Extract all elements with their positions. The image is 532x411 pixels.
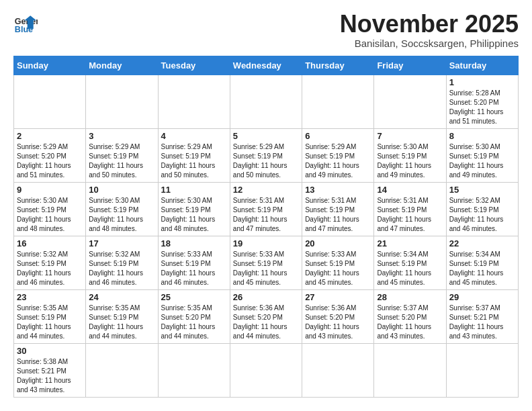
header: General Blue November 2025 Banisilan, So… [13, 11, 519, 49]
day-number: 2 [17, 131, 83, 141]
day-info: Sunrise: 5:33 AM Sunset: 5:19 PM Dayligh… [161, 250, 227, 287]
day-number: 14 [377, 185, 443, 195]
day-number: 9 [17, 185, 83, 195]
calendar-cell: 27Sunrise: 5:36 AM Sunset: 5:20 PM Dayli… [302, 289, 374, 343]
day-info: Sunrise: 5:31 AM Sunset: 5:19 PM Dayligh… [233, 196, 299, 234]
calendar-cell: 15Sunrise: 5:32 AM Sunset: 5:19 PM Dayli… [446, 182, 518, 236]
week-row-5: 23Sunrise: 5:35 AM Sunset: 5:19 PM Dayli… [14, 289, 519, 343]
calendar-cell [446, 343, 518, 397]
day-info: Sunrise: 5:29 AM Sunset: 5:19 PM Dayligh… [89, 142, 154, 180]
calendar-cell: 1Sunrise: 5:28 AM Sunset: 5:20 PM Daylig… [446, 75, 518, 128]
calendar-cell: 30Sunrise: 5:38 AM Sunset: 5:21 PM Dayli… [14, 343, 86, 397]
calendar-cell [158, 343, 230, 397]
day-number: 17 [89, 238, 154, 248]
day-info: Sunrise: 5:30 AM Sunset: 5:19 PM Dayligh… [377, 142, 443, 180]
weekday-header-monday: Monday [86, 56, 158, 75]
day-info: Sunrise: 5:35 AM Sunset: 5:19 PM Dayligh… [17, 304, 83, 341]
day-info: Sunrise: 5:33 AM Sunset: 5:19 PM Dayligh… [233, 250, 299, 287]
calendar-cell: 14Sunrise: 5:31 AM Sunset: 5:19 PM Dayli… [374, 182, 446, 236]
calendar-cell: 22Sunrise: 5:34 AM Sunset: 5:19 PM Dayli… [446, 236, 518, 289]
day-info: Sunrise: 5:30 AM Sunset: 5:19 PM Dayligh… [161, 196, 227, 234]
calendar-cell: 29Sunrise: 5:37 AM Sunset: 5:21 PM Dayli… [446, 289, 518, 343]
calendar-cell [230, 75, 302, 128]
week-row-2: 2Sunrise: 5:29 AM Sunset: 5:20 PM Daylig… [14, 128, 519, 182]
day-info: Sunrise: 5:32 AM Sunset: 5:19 PM Dayligh… [89, 250, 154, 287]
day-number: 7 [377, 131, 443, 141]
calendar-cell: 18Sunrise: 5:33 AM Sunset: 5:19 PM Dayli… [158, 236, 230, 289]
week-row-3: 9Sunrise: 5:30 AM Sunset: 5:19 PM Daylig… [14, 182, 519, 236]
calendar-cell: 17Sunrise: 5:32 AM Sunset: 5:19 PM Dayli… [86, 236, 158, 289]
calendar-cell [230, 343, 302, 397]
calendar-cell: 28Sunrise: 5:37 AM Sunset: 5:20 PM Dayli… [374, 289, 446, 343]
day-number: 23 [17, 292, 83, 302]
day-number: 26 [233, 292, 299, 302]
day-number: 5 [233, 131, 299, 141]
calendar-cell: 7Sunrise: 5:30 AM Sunset: 5:19 PM Daylig… [374, 128, 446, 182]
weekday-header-friday: Friday [374, 56, 446, 75]
day-info: Sunrise: 5:35 AM Sunset: 5:20 PM Dayligh… [161, 304, 227, 341]
week-row-6: 30Sunrise: 5:38 AM Sunset: 5:21 PM Dayli… [14, 343, 519, 397]
calendar-cell: 24Sunrise: 5:35 AM Sunset: 5:19 PM Dayli… [86, 289, 158, 343]
day-number: 15 [449, 185, 515, 195]
week-row-4: 16Sunrise: 5:32 AM Sunset: 5:19 PM Dayli… [14, 236, 519, 289]
day-info: Sunrise: 5:35 AM Sunset: 5:19 PM Dayligh… [89, 304, 154, 341]
logo: General Blue [13, 11, 38, 35]
day-number: 13 [305, 185, 371, 195]
day-info: Sunrise: 5:30 AM Sunset: 5:19 PM Dayligh… [17, 196, 83, 234]
day-info: Sunrise: 5:28 AM Sunset: 5:20 PM Dayligh… [449, 89, 515, 126]
day-info: Sunrise: 5:32 AM Sunset: 5:19 PM Dayligh… [17, 250, 83, 287]
weekday-header-saturday: Saturday [446, 56, 518, 75]
calendar-cell: 3Sunrise: 5:29 AM Sunset: 5:19 PM Daylig… [86, 128, 158, 182]
day-number: 16 [17, 238, 83, 248]
weekday-header-row: SundayMondayTuesdayWednesdayThursdayFrid… [14, 56, 519, 75]
day-number: 28 [377, 292, 443, 302]
calendar-cell: 26Sunrise: 5:36 AM Sunset: 5:20 PM Dayli… [230, 289, 302, 343]
day-number: 4 [161, 131, 227, 141]
calendar-cell: 20Sunrise: 5:33 AM Sunset: 5:19 PM Dayli… [302, 236, 374, 289]
day-info: Sunrise: 5:33 AM Sunset: 5:19 PM Dayligh… [305, 250, 371, 287]
day-info: Sunrise: 5:29 AM Sunset: 5:20 PM Dayligh… [17, 142, 83, 180]
calendar-cell [14, 75, 86, 128]
day-info: Sunrise: 5:34 AM Sunset: 5:19 PM Dayligh… [377, 250, 443, 287]
calendar-cell [302, 343, 374, 397]
day-info: Sunrise: 5:37 AM Sunset: 5:21 PM Dayligh… [449, 304, 515, 341]
day-number: 12 [233, 185, 299, 195]
calendar-cell: 6Sunrise: 5:29 AM Sunset: 5:19 PM Daylig… [302, 128, 374, 182]
calendar-cell: 19Sunrise: 5:33 AM Sunset: 5:19 PM Dayli… [230, 236, 302, 289]
day-number: 20 [305, 238, 371, 248]
calendar-cell: 2Sunrise: 5:29 AM Sunset: 5:20 PM Daylig… [14, 128, 86, 182]
calendar-cell: 16Sunrise: 5:32 AM Sunset: 5:19 PM Dayli… [14, 236, 86, 289]
calendar-cell [86, 343, 158, 397]
day-number: 29 [449, 292, 515, 302]
calendar-cell: 10Sunrise: 5:30 AM Sunset: 5:19 PM Dayli… [86, 182, 158, 236]
weekday-header-tuesday: Tuesday [158, 56, 230, 75]
weekday-header-thursday: Thursday [302, 56, 374, 75]
day-info: Sunrise: 5:32 AM Sunset: 5:19 PM Dayligh… [449, 196, 515, 234]
day-number: 21 [377, 238, 443, 248]
day-number: 24 [89, 292, 154, 302]
day-number: 30 [17, 346, 83, 356]
calendar-cell [158, 75, 230, 128]
day-number: 6 [305, 131, 371, 141]
day-number: 1 [449, 77, 515, 87]
title-area: November 2025 Banisilan, Soccsksargen, P… [340, 11, 519, 49]
day-number: 11 [161, 185, 227, 195]
day-info: Sunrise: 5:36 AM Sunset: 5:20 PM Dayligh… [233, 304, 299, 341]
day-number: 3 [89, 131, 154, 141]
calendar-cell [374, 343, 446, 397]
calendar-cell: 23Sunrise: 5:35 AM Sunset: 5:19 PM Dayli… [14, 289, 86, 343]
calendar-cell: 21Sunrise: 5:34 AM Sunset: 5:19 PM Dayli… [374, 236, 446, 289]
day-info: Sunrise: 5:29 AM Sunset: 5:19 PM Dayligh… [161, 142, 227, 180]
calendar-cell: 12Sunrise: 5:31 AM Sunset: 5:19 PM Dayli… [230, 182, 302, 236]
weekday-header-sunday: Sunday [14, 56, 86, 75]
calendar-cell [86, 75, 158, 128]
day-info: Sunrise: 5:31 AM Sunset: 5:19 PM Dayligh… [305, 196, 371, 234]
day-number: 10 [89, 185, 154, 195]
day-info: Sunrise: 5:31 AM Sunset: 5:19 PM Dayligh… [377, 196, 443, 234]
calendar-cell: 13Sunrise: 5:31 AM Sunset: 5:19 PM Dayli… [302, 182, 374, 236]
day-info: Sunrise: 5:29 AM Sunset: 5:19 PM Dayligh… [233, 142, 299, 180]
day-info: Sunrise: 5:36 AM Sunset: 5:20 PM Dayligh… [305, 304, 371, 341]
day-number: 18 [161, 238, 227, 248]
day-number: 22 [449, 238, 515, 248]
day-info: Sunrise: 5:30 AM Sunset: 5:19 PM Dayligh… [89, 196, 154, 234]
